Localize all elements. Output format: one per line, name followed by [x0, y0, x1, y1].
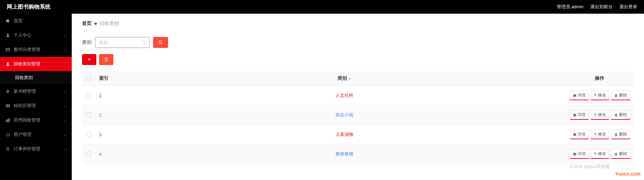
clear-icon[interactable]: ○ [142, 40, 147, 45]
sidebar-item-3[interactable]: 回收类别管理⌃ [0, 57, 72, 71]
delete-button[interactable]: 🗑删除 [611, 130, 630, 139]
chevron-down-icon: ⌄ [63, 89, 66, 94]
sidebar-item-label: 旧书回收管理 [14, 117, 40, 123]
power-icon [5, 132, 10, 137]
select-all-checkbox[interactable] [86, 76, 91, 80]
edit-button[interactable]: ✎修改 [591, 110, 609, 120]
sidebar-item-label: 个人中心 [14, 32, 31, 38]
trash-icon: 🗑 [614, 93, 618, 98]
tag-icon [5, 103, 10, 108]
chevron-down-icon: ⌄ [63, 147, 66, 151]
header-category[interactable]: 类别◆ [123, 71, 565, 86]
table-row: 2 杂志小说 ▣详情 ✎修改 🗑删除 [82, 105, 634, 125]
table-row: 3 儿童读物 ▣详情 ✎修改 🗑删除 [82, 125, 634, 144]
svg-point-0 [7, 34, 9, 35]
svg-rect-3 [7, 90, 9, 92]
chevron-down-icon: ⌄ [63, 48, 66, 52]
chevron-down-icon: ⌄ [63, 33, 66, 38]
chart-icon [5, 118, 10, 123]
header-actions: 操作 [565, 71, 634, 86]
row-checkbox[interactable] [86, 132, 91, 137]
sidebar-item-label: 订单评价管理 [14, 146, 40, 152]
add-button[interactable]: + [82, 54, 96, 65]
trash-icon: 🗑 [614, 113, 618, 117]
row-checkbox[interactable] [86, 112, 91, 117]
delete-button[interactable]: 🗑删除 [611, 110, 630, 120]
edit-icon: ✎ [594, 93, 597, 98]
header-right: 管理员 admin 退出到前台 退出登录 [557, 4, 637, 10]
edit-button[interactable]: ✎修改 [591, 130, 609, 139]
row-checkbox[interactable] [86, 93, 91, 98]
svg-rect-6 [6, 120, 7, 122]
detail-button[interactable]: ▣详情 [570, 110, 589, 120]
row-category: 人文社科 [335, 93, 353, 98]
header: 网上图书购物系统 管理员 admin 退出到前台 退出登录 [0, 0, 644, 14]
header-index[interactable]: 索引 [96, 71, 123, 86]
delete-button[interactable]: 🗑删除 [611, 91, 630, 100]
sidebar-item-8[interactable]: 订单评价管理⌄ [0, 142, 72, 156]
bulk-delete-button[interactable] [99, 54, 113, 65]
back-to-front-link[interactable]: 退出到前台 [590, 4, 613, 10]
edit-button[interactable]: ✎修改 [591, 91, 609, 100]
sidebar-item-label: 特价区管理 [14, 103, 36, 109]
sidebar-item-label: 回收类别管理 [14, 61, 40, 67]
sidebar-item-4[interactable]: 新书榜管理⌄ [0, 84, 72, 99]
sidebar-item-7[interactable]: 用户管理⌄ [0, 127, 72, 142]
sidebar-item-0[interactable]: 首页 [0, 14, 72, 28]
sidebar-item-5[interactable]: 特价区管理⌄ [0, 99, 72, 113]
detail-icon: ▣ [573, 152, 576, 156]
svg-rect-4 [6, 105, 10, 105]
search-input[interactable] [95, 37, 150, 48]
svg-rect-5 [6, 106, 10, 107]
edit-icon: ✎ [594, 113, 597, 117]
row-index: 1 [99, 93, 101, 98]
row-category: 儿童读物 [335, 132, 353, 137]
svg-line-13 [161, 43, 162, 44]
edit-button[interactable]: ✎修改 [591, 149, 609, 159]
breadcrumb-home[interactable]: 首页 [82, 21, 92, 27]
detail-button[interactable]: ▣详情 [570, 130, 589, 139]
trash-icon: 🗑 [614, 132, 618, 137]
row-checkbox[interactable] [86, 151, 91, 156]
delete-button[interactable]: 🗑删除 [611, 149, 630, 159]
detail-icon: ▣ [573, 113, 576, 117]
svg-point-2 [7, 62, 9, 64]
edit-icon: ✎ [594, 132, 597, 137]
sidebar-item-label: 用户管理 [14, 131, 31, 138]
search-button[interactable] [153, 37, 168, 48]
sidebar: 首页个人中心⌄图书分类管理⌄回收类别管理⌃回收类别新书榜管理⌄特价区管理⌄旧书回… [0, 14, 72, 180]
detail-icon: ▣ [573, 132, 576, 137]
table-row: 4 教材教辅 ▣详情 ✎修改 🗑删除 [82, 144, 634, 164]
logout-link[interactable]: 退出登录 [619, 4, 637, 10]
row-index: 3 [99, 132, 101, 137]
sidebar-item-2[interactable]: 图书分类管理⌄ [0, 42, 72, 57]
row-index: 4 [99, 152, 101, 157]
chevron-down-icon: ⌄ [63, 118, 66, 123]
user-icon [5, 33, 10, 38]
edit-icon: ✎ [594, 152, 597, 156]
svg-point-12 [159, 41, 162, 43]
row-index: 2 [99, 113, 101, 118]
sidebar-item-label: 图书分类管理 [14, 47, 40, 53]
detail-button[interactable]: ▣详情 [570, 149, 589, 159]
table-row: 1 人文社科 ▣详情 ✎修改 🗑删除 [82, 86, 634, 105]
trash-icon: 🗑 [614, 152, 618, 156]
plus-icon: + [87, 56, 91, 63]
sidebar-item-6[interactable]: 旧书回收管理⌄ [0, 113, 72, 127]
svg-rect-8 [9, 118, 10, 121]
admin-label[interactable]: 管理员 admin [557, 4, 584, 10]
sidebar-item-label: 新书榜管理 [14, 88, 36, 94]
sidebar-subitem-3-0[interactable]: 回收类别 [0, 71, 72, 84]
mic-icon [5, 89, 10, 94]
breadcrumb: 首页 ♥ 回收类别 [82, 21, 634, 27]
sort-icon: ◆ [348, 77, 351, 80]
mail-icon [5, 47, 10, 52]
search-row: 类别 ○ [82, 37, 634, 48]
sidebar-item-1[interactable]: 个人中心⌄ [0, 28, 72, 42]
detail-button[interactable]: ▣详情 [570, 91, 589, 100]
action-row: + [82, 54, 634, 65]
breadcrumb-current: 回收类别 [100, 21, 119, 27]
chevron-up-icon: ⌃ [63, 62, 66, 66]
home-icon [5, 18, 10, 23]
list-icon [5, 146, 10, 151]
